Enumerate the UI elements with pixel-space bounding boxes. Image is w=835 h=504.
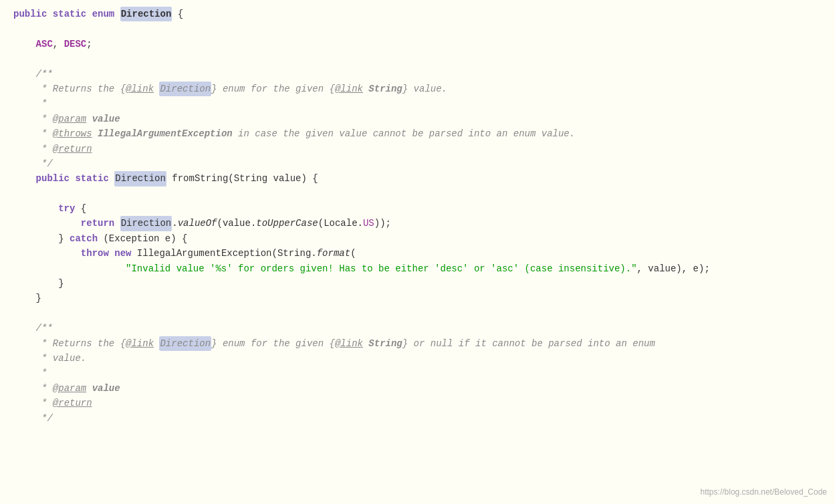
code-line-asc-desc: ASC, DESC;: [0, 37, 835, 51]
keyword-enum: enum: [92, 7, 115, 21]
code-line-return-2: * @return: [0, 396, 835, 410]
code-line-blank-3: [0, 186, 835, 201]
keyword-public: public: [13, 7, 47, 21]
code-line-try: try {: [0, 201, 835, 216]
code-line-catch: } catch (Exception e) {: [0, 231, 835, 246]
direction-highlight-2: Direction: [159, 82, 211, 96]
code-line-star-2: *: [0, 366, 835, 380]
code-line-javadoc-start: /**: [0, 67, 835, 82]
code-line-blank-2: [0, 51, 835, 66]
code-line-close-catch: }: [0, 276, 835, 291]
code-line-throw: throw new IllegalArgumentException(Strin…: [0, 246, 835, 261]
code-line-return-1: * @return: [0, 142, 835, 156]
enum-asc: ASC: [36, 37, 53, 51]
code-line-javadoc-close-1: */: [0, 156, 835, 171]
direction-highlight-1: Direction: [120, 7, 172, 21]
code-line-star-1: *: [0, 96, 835, 111]
code-line-javadoc2-close: */: [0, 411, 835, 426]
code-line-returns-1: * Returns the {@link Direction} enum for…: [0, 82, 835, 96]
code-line-fromstring: public static Direction fromString(Strin…: [0, 171, 835, 186]
code-line-string-format: "Invalid value '%s' for orders given! Ha…: [0, 261, 835, 276]
code-line-blank-4: [0, 306, 835, 321]
enum-desc: DESC: [64, 37, 87, 51]
keyword-static: static: [53, 7, 86, 21]
direction-highlight-4: Direction: [120, 216, 172, 231]
code-line-param: * @param value: [0, 112, 835, 126]
watermark: https://blog.csdn.net/Beloved_Code: [701, 486, 827, 499]
code-line-returns-2: * Returns the {@link Direction} enum for…: [0, 336, 835, 351]
code-line-blank-1: [0, 21, 835, 36]
direction-highlight-3: Direction: [114, 171, 166, 186]
code-line-1: public static enum Direction {: [0, 7, 835, 21]
code-line-javadoc2-start: /**: [0, 321, 835, 336]
code-container: public static enum Direction { ASC, DESC…: [0, 0, 835, 504]
code-line-close-method: }: [0, 291, 835, 305]
code-line-comment-value: * value.: [0, 351, 835, 366]
code-line-return-direction: return Direction.valueOf(value.toUpperCa…: [0, 216, 835, 231]
code-line-throws: * @throws IllegalArgumentException in ca…: [0, 126, 835, 141]
direction-highlight-5: Direction: [159, 336, 211, 351]
code-line-param-2: * @param value: [0, 381, 835, 396]
